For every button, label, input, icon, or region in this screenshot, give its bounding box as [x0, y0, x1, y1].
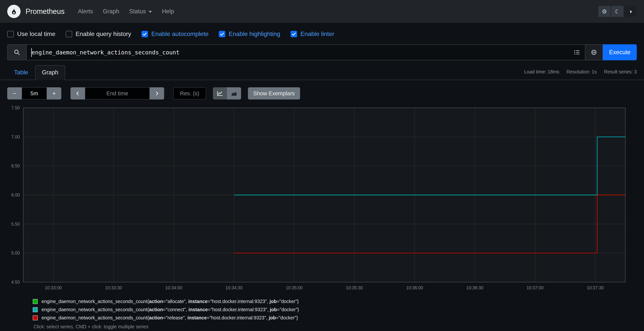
checkbox-unchecked-icon[interactable]	[66, 31, 72, 37]
option-enable-autocomplete[interactable]: Enable autocomplete	[142, 30, 209, 37]
y-tick-label: 4.50	[11, 280, 20, 285]
brand-title: Prometheus	[26, 7, 64, 15]
x-tick-label: 10:37:00	[526, 285, 544, 290]
x-tick-label: 10:34:30	[226, 285, 242, 290]
increase-range-button[interactable]: +	[47, 87, 61, 99]
checkbox-label: Use local time	[17, 30, 56, 37]
legend: engine_daemon_network_actions_seconds_co…	[33, 299, 637, 321]
tab-table[interactable]: Table	[7, 65, 35, 80]
time-back-button[interactable]	[70, 87, 85, 99]
checkbox-checked-icon[interactable]	[219, 31, 225, 37]
resolution-input[interactable]	[173, 87, 206, 99]
x-tick-label: 10:37:30	[587, 285, 604, 290]
search-addon[interactable]	[7, 44, 26, 60]
query-formatter-button[interactable]	[585, 44, 603, 60]
nav-item-status[interactable]: Status	[124, 5, 157, 18]
checkbox-label: Enable highlighting	[229, 30, 280, 37]
tab-graph[interactable]: Graph	[35, 65, 65, 80]
graph-svg[interactable]: 10:33:0010:33:3010:34:0010:34:3010:35:00…	[7, 105, 637, 294]
legend-label: engine_daemon_network_actions_seconds_co…	[42, 299, 299, 304]
text-cursor	[31, 48, 32, 57]
circle-half-icon: ◑	[628, 8, 632, 15]
x-tick-label: 10:35:30	[346, 285, 363, 290]
circle-half-button[interactable]: ◑	[624, 5, 637, 17]
line-graph-button[interactable]	[213, 87, 227, 99]
checkbox-label: Enable autocomplete	[152, 30, 209, 37]
option-enable-highlighting[interactable]: Enable highlighting	[219, 30, 280, 37]
time-forward-button[interactable]	[150, 87, 164, 99]
nav-item-alerts[interactable]: Alerts	[73, 5, 98, 18]
legend-swatch	[33, 316, 38, 320]
range-group: − +	[7, 87, 61, 99]
option-enable-linter[interactable]: Enable linter	[290, 30, 334, 37]
checkbox-unchecked-icon[interactable]	[7, 31, 14, 37]
query-field	[26, 44, 585, 60]
theme-toggle-group: ⚙☾◑	[598, 5, 637, 17]
globe-icon	[591, 49, 597, 55]
gear-icon: ⚙	[602, 8, 607, 15]
search-icon	[14, 49, 20, 55]
x-tick-label: 10:33:30	[105, 285, 122, 290]
top-navbar: Prometheus AlertsGraphStatusHelp ⚙☾◑	[0, 0, 644, 23]
stacked-chart-icon	[231, 90, 237, 96]
stacked-graph-button[interactable]	[227, 87, 241, 99]
chevron-left-icon	[75, 91, 80, 96]
nav-item-label: Status	[129, 8, 146, 15]
moon-button[interactable]: ☾	[611, 5, 624, 17]
option-enable-query-history[interactable]: Enable query history	[66, 30, 131, 37]
x-tick-label: 10:36:30	[466, 285, 484, 290]
query-stats: Load time: 18msResolution: 1sResult seri…	[524, 69, 637, 76]
chevron-down-icon	[148, 11, 152, 13]
execute-button[interactable]: Execute	[603, 44, 637, 60]
nav-item-graph[interactable]: Graph	[98, 5, 124, 18]
metrics-explorer-button[interactable]	[574, 49, 580, 55]
legend-swatch	[33, 299, 38, 304]
end-time-group	[70, 87, 164, 99]
legend-hint: Click: select series, CMD + click: toggl…	[34, 324, 637, 330]
legend-item[interactable]: engine_daemon_network_actions_seconds_co…	[33, 315, 637, 321]
nav-item-help[interactable]: Help	[157, 5, 179, 18]
legend-swatch	[33, 307, 38, 312]
x-tick-label: 10:36:00	[406, 285, 423, 290]
x-tick-label: 10:35:00	[286, 285, 303, 290]
graph-panel: 10:33:0010:33:3010:34:0010:34:3010:35:00…	[7, 105, 637, 295]
nav-item-label: Graph	[103, 8, 119, 15]
range-input[interactable]	[22, 87, 47, 99]
gear-button[interactable]: ⚙	[598, 5, 611, 17]
result-tabs: Table Graph Load time: 18msResolution: 1…	[0, 65, 644, 80]
y-tick-label: 6.50	[11, 163, 20, 168]
prometheus-logo-icon	[7, 5, 20, 18]
show-exemplars-button[interactable]: Show Exemplars	[248, 87, 300, 99]
decrease-range-button[interactable]: −	[7, 87, 22, 99]
y-tick-label: 5.00	[11, 251, 20, 256]
checkbox-checked-icon[interactable]	[142, 31, 148, 37]
x-tick-label: 10:34:00	[165, 285, 182, 290]
chart-type-group	[213, 87, 241, 99]
stat-2: Result series: 3	[604, 69, 637, 75]
chevron-right-icon	[154, 91, 160, 96]
legend-item[interactable]: engine_daemon_network_actions_seconds_co…	[33, 307, 637, 312]
legend-label: engine_daemon_network_actions_seconds_co…	[42, 315, 298, 321]
line-chart-icon	[217, 90, 223, 96]
end-time-input[interactable]	[85, 87, 150, 99]
nav-item-label: Alerts	[78, 8, 93, 15]
x-tick-label: 10:33:00	[45, 285, 62, 290]
options-row: Use local timeEnable query historyEnable…	[0, 23, 644, 42]
query-input[interactable]	[32, 49, 570, 56]
y-tick-label: 5.50	[11, 222, 20, 227]
checkbox-checked-icon[interactable]	[290, 31, 297, 37]
legend-label: engine_daemon_network_actions_seconds_co…	[42, 307, 299, 312]
stat-1: Resolution: 1s	[566, 69, 596, 75]
stat-0: Load time: 18ms	[524, 69, 559, 75]
legend-item[interactable]: engine_daemon_network_actions_seconds_co…	[33, 299, 637, 304]
y-tick-label: 7.50	[11, 105, 20, 110]
graph-controls: − + Show Exemplars	[7, 87, 637, 99]
option-use-local-time[interactable]: Use local time	[7, 30, 56, 37]
metrics-explorer-icon	[574, 49, 580, 55]
checkbox-label: Enable query history	[76, 30, 131, 37]
y-tick-label: 6.00	[11, 193, 20, 197]
nav-item-label: Help	[162, 8, 174, 15]
flame-icon	[10, 7, 18, 15]
prometheus-brand[interactable]: Prometheus	[7, 5, 64, 18]
moon-icon: ☾	[615, 8, 620, 15]
